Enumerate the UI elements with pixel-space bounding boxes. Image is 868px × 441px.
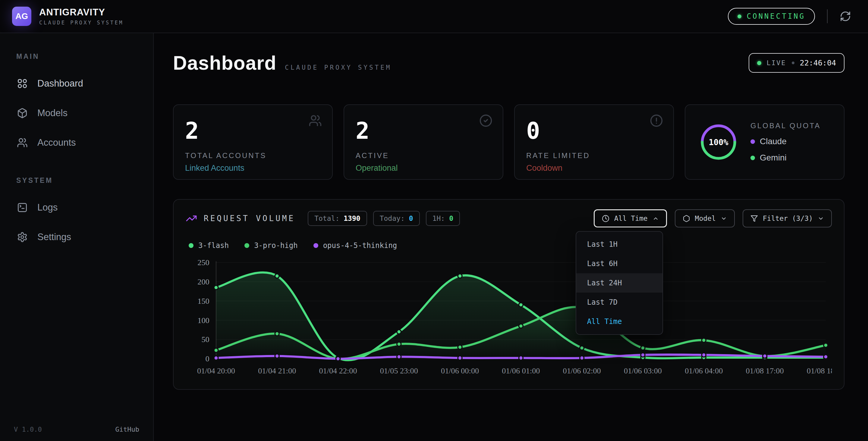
sidebar-item-label: Settings — [37, 232, 71, 242]
data-point-opus-4-5-thinking[interactable] — [702, 353, 706, 357]
filter-button[interactable]: Filter (3/3) — [743, 209, 832, 228]
data-point-3-pro-high[interactable] — [519, 324, 523, 328]
chevron-down-icon — [721, 215, 727, 222]
header-divider — [827, 9, 828, 23]
y-tick-label: 150 — [197, 297, 209, 305]
gemini-dot-icon — [750, 156, 755, 160]
stat-sublabel: Cooldown — [526, 164, 662, 173]
data-point-3-pro-high[interactable] — [458, 345, 462, 349]
data-point-opus-4-5-thinking[interactable] — [763, 354, 767, 358]
github-link[interactable]: GitHub — [116, 425, 139, 433]
stat-value: 2 — [185, 119, 321, 142]
x-tick-label: 01/06 02:00 — [563, 366, 601, 375]
chip-label: Today: — [380, 214, 405, 222]
chip-label: 1H: — [433, 214, 445, 222]
app-subtitle: CLAUDE PROXY SYSTEM — [39, 20, 124, 26]
data-point-opus-4-5-thinking[interactable] — [580, 356, 584, 360]
live-label: LIVE — [767, 59, 786, 67]
data-point-opus-4-5-thinking[interactable] — [519, 356, 523, 360]
filter-button-label: Filter (3/3) — [763, 214, 813, 222]
sidebar-item-dashboard[interactable]: Dashboard — [13, 71, 141, 96]
stat-sublabel: Linked Accounts — [185, 164, 321, 173]
request-volume-chart: 05010015020025001/04 20:0001/04 21:0001/… — [186, 255, 832, 377]
y-tick-label: 50 — [202, 335, 210, 344]
menu-item-last-1h[interactable]: Last 1H — [576, 235, 662, 254]
x-tick-label: 01/05 23:00 — [380, 366, 418, 375]
quota-entry-label: Gemini — [760, 153, 786, 163]
connection-status-badge: CONNECTING — [728, 8, 815, 25]
stat-card-rate-limited: 0 RATE LIMITED Cooldown — [514, 105, 674, 180]
separator-dot-icon — [792, 62, 795, 64]
data-point-opus-4-5-thinking[interactable] — [641, 353, 645, 357]
live-status-badge: LIVE 22:46:04 — [749, 53, 844, 73]
data-point-3-pro-high[interactable] — [275, 331, 279, 336]
request-volume-panel: REQUEST VOLUME Total: 1390 Today: 0 1H: … — [173, 199, 844, 390]
data-point-3-pro-high[interactable] — [214, 348, 218, 352]
app-title: ANTIGRAVITY — [39, 7, 124, 18]
claude-dot-icon — [750, 139, 755, 144]
sidebar-item-accounts[interactable]: Accounts — [13, 130, 141, 155]
menu-item-last-7d[interactable]: Last 7D — [576, 293, 662, 312]
data-point-3-pro-high[interactable] — [397, 342, 401, 346]
data-point-opus-4-5-thinking[interactable] — [214, 356, 218, 360]
app-logo: AG — [12, 7, 31, 26]
quota-donut-chart: 100% — [700, 123, 737, 161]
sidebar-item-label: Logs — [37, 202, 58, 213]
y-tick-label: 250 — [197, 258, 209, 267]
x-tick-label: 01/08 18:00 — [807, 366, 832, 375]
live-clock: 22:46:04 — [800, 59, 836, 67]
chart-panel-title: REQUEST VOLUME — [204, 214, 295, 223]
y-tick-label: 0 — [206, 354, 210, 363]
data-point-3-flash[interactable] — [580, 346, 584, 350]
app-header: AG ANTIGRAVITY CLAUDE PROXY SYSTEM CONNE… — [0, 0, 868, 33]
legend-dot-icon — [189, 243, 193, 248]
menu-item-last-6h[interactable]: Last 6H — [576, 254, 662, 273]
data-point-3-pro-high[interactable] — [702, 338, 706, 342]
data-point-3-flash[interactable] — [519, 303, 523, 307]
data-point-3-flash[interactable] — [214, 285, 218, 290]
menu-item-last-24h[interactable]: Last 24H — [576, 273, 662, 293]
quota-percent: 100% — [700, 123, 737, 161]
sidebar-section-system: SYSTEM — [16, 176, 141, 185]
brand: AG ANTIGRAVITY CLAUDE PROXY SYSTEM — [12, 7, 124, 26]
legend-item-opus-4-5-thinking[interactable]: opus-4-5-thinking — [313, 241, 397, 250]
y-tick-label: 200 — [197, 277, 209, 286]
stat-label: RATE LIMITED — [526, 151, 662, 160]
data-point-3-flash[interactable] — [458, 274, 462, 278]
data-point-3-pro-high[interactable] — [824, 343, 828, 347]
data-point-opus-4-5-thinking[interactable] — [824, 355, 828, 359]
box-icon — [683, 215, 690, 222]
stat-value: 0 — [526, 119, 662, 142]
sidebar-item-logs[interactable]: Logs — [13, 195, 141, 220]
chip-value: 0 — [449, 214, 453, 222]
chip-value: 1390 — [344, 214, 360, 222]
today-requests-chip: Today: 0 — [373, 211, 420, 226]
chip-value: 0 — [409, 214, 413, 222]
data-point-3-flash[interactable] — [275, 274, 279, 278]
data-point-3-pro-high[interactable] — [641, 346, 645, 350]
sidebar-item-settings[interactable]: Settings — [13, 225, 141, 250]
sidebar: MAIN Dashboard Models Accounts SYSTEM Lo… — [0, 33, 154, 441]
sidebar-item-models[interactable]: Models — [13, 100, 141, 126]
legend-item-3-flash[interactable]: 3-flash — [189, 241, 229, 250]
data-point-opus-4-5-thinking[interactable] — [275, 354, 279, 358]
menu-item-all-time[interactable]: All Time — [576, 312, 662, 331]
model-filter-button[interactable]: Model — [675, 209, 735, 228]
data-point-opus-4-5-thinking[interactable] — [458, 356, 462, 360]
refresh-icon[interactable] — [840, 10, 851, 22]
alert-circle-icon — [650, 114, 663, 127]
time-range-button[interactable]: All Time — [594, 209, 667, 228]
legend-label: 3-pro-high — [254, 241, 298, 250]
data-point-opus-4-5-thinking[interactable] — [397, 355, 401, 359]
clock-icon — [602, 215, 610, 222]
data-point-3-flash[interactable] — [397, 330, 401, 334]
layout-grid-icon — [17, 78, 28, 89]
stat-label: TOTAL ACCOUNTS — [185, 151, 321, 160]
x-tick-label: 01/04 22:00 — [319, 366, 357, 375]
time-range-dropdown: Last 1H Last 6H Last 24H Last 7D All Tim… — [576, 231, 663, 335]
data-point-opus-4-5-thinking[interactable] — [336, 356, 340, 361]
page-title: Dashboard — [173, 52, 276, 74]
stat-sublabel: Operational — [355, 164, 491, 173]
stat-label: ACTIVE — [355, 151, 491, 160]
legend-item-3-pro-high[interactable]: 3-pro-high — [244, 241, 298, 250]
